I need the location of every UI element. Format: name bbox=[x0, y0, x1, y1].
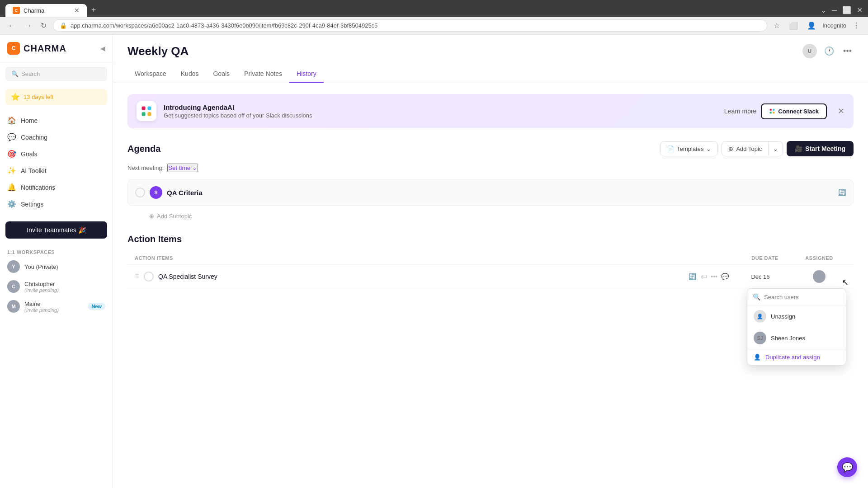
sidebar-item-ai-toolkit[interactable]: ✨ AI Toolkit bbox=[0, 162, 113, 179]
svg-rect-6 bbox=[770, 112, 772, 113]
sidebar-item-label: Settings bbox=[21, 201, 44, 208]
tab-close-button[interactable]: ✕ bbox=[74, 7, 80, 14]
tab-goals[interactable]: Goals bbox=[206, 66, 237, 83]
user-assignment-dropdown: 🔍 👤 Unassign SJ Sheen Jones bbox=[747, 288, 846, 366]
page-title: Weekly QA bbox=[127, 44, 189, 58]
address-bar[interactable]: 🔒 app.charma.com/workspaces/a6e00ac2-1ac… bbox=[53, 19, 767, 32]
sidebar-item-notifications[interactable]: 🔔 Notifications bbox=[0, 179, 113, 196]
add-topic-dropdown-button[interactable]: ⌄ bbox=[769, 141, 783, 156]
comment-icon[interactable]: 💬 bbox=[721, 273, 729, 280]
add-topic-button[interactable]: ⊕ Add Topic bbox=[722, 141, 769, 156]
extensions-icon[interactable]: ⬜ bbox=[786, 19, 801, 32]
window-close-button[interactable]: ✕ bbox=[857, 6, 863, 14]
col-header-due: DUE DATE bbox=[738, 255, 792, 261]
bookmark-star-icon[interactable]: ☆ bbox=[771, 19, 783, 32]
search-input[interactable]: 🔍 Search bbox=[5, 67, 107, 81]
minimize-button[interactable]: ─ bbox=[832, 6, 837, 14]
workspace-christopher[interactable]: C Christopher (Invite pending) bbox=[0, 277, 113, 296]
logo-text: CHARMA bbox=[24, 43, 66, 54]
learn-more-button[interactable]: Learn more bbox=[724, 108, 757, 115]
agenda-section-actions: 📄 Templates ⌄ ⊕ Add Topic ⌄ � bbox=[660, 141, 854, 156]
maximize-button[interactable]: ⬜ bbox=[842, 6, 851, 14]
connect-slack-label: Connect Slack bbox=[778, 108, 819, 115]
connect-slack-button[interactable]: Connect Slack bbox=[761, 103, 827, 119]
drag-handle-icon[interactable]: ⠿ bbox=[135, 273, 139, 280]
history-icon[interactable]: 🕐 bbox=[822, 44, 836, 58]
banner-description: Get suggested topics based off of your S… bbox=[164, 112, 717, 119]
col-header-action: ACTION ITEMS bbox=[135, 255, 738, 261]
forward-button[interactable]: → bbox=[22, 20, 34, 32]
duplicate-icon: 👤 bbox=[754, 354, 761, 361]
page-header-actions: U 🕐 ••• bbox=[802, 44, 854, 58]
dropdown-search-container: 🔍 bbox=[747, 289, 846, 305]
add-subtopic-button[interactable]: ⊕ Add Subtopic bbox=[127, 209, 854, 221]
sidebar-collapse-button[interactable]: ◀ bbox=[100, 45, 105, 52]
goals-icon: 🎯 bbox=[7, 150, 16, 158]
sheen-jones-label: Sheen Jones bbox=[771, 335, 805, 342]
templates-button[interactable]: 📄 Templates ⌄ bbox=[660, 141, 718, 156]
more-icon[interactable]: ••• bbox=[711, 273, 717, 280]
search-users-input[interactable] bbox=[764, 294, 840, 300]
coaching-icon: 💬 bbox=[7, 133, 16, 141]
invite-teammates-button[interactable]: Invite Teammates 🎉 bbox=[5, 221, 107, 239]
action-sync-icon[interactable]: 🔄 bbox=[689, 273, 696, 280]
flag-icon[interactable]: 🏷 bbox=[701, 273, 707, 280]
active-tab[interactable]: C Charma ✕ bbox=[5, 4, 87, 17]
banner-close-button[interactable]: ✕ bbox=[838, 106, 844, 116]
new-badge: New bbox=[88, 303, 105, 310]
connect-slack-icon bbox=[769, 108, 775, 114]
set-time-chevron-icon: ⌄ bbox=[192, 164, 197, 171]
mouse-cursor: ↖ bbox=[842, 277, 849, 287]
toolbar-icons: ☆ ⬜ 👤 Incognito ⋮ bbox=[771, 19, 863, 32]
chat-widget-button[interactable]: 💬 bbox=[837, 457, 857, 477]
dropdown-sheen-jones-option[interactable]: SJ Sheen Jones bbox=[747, 327, 846, 349]
action-items-title: Action Items bbox=[127, 234, 854, 244]
more-options-icon[interactable]: ••• bbox=[841, 45, 854, 58]
tab-workspace[interactable]: Workspace bbox=[127, 66, 174, 83]
menu-icon[interactable]: ⋮ bbox=[850, 19, 863, 32]
action-items-section: Action Items ACTION ITEMS DUE DATE ASSIG… bbox=[127, 234, 854, 289]
new-tab-button[interactable]: + bbox=[87, 4, 101, 17]
user-avatar-header: U bbox=[802, 44, 817, 58]
dropdown-unassign-option[interactable]: 👤 Unassign bbox=[747, 305, 846, 327]
trial-badge: ⭐ 13 days left bbox=[5, 89, 107, 105]
profile-icon[interactable]: 👤 bbox=[804, 19, 819, 32]
workspace-info-christopher: Christopher (Invite pending) bbox=[24, 281, 105, 293]
action-item-icons: 🏷 ••• 💬 bbox=[701, 273, 729, 280]
sidebar-item-settings[interactable]: ⚙️ Settings bbox=[0, 196, 113, 212]
add-subtopic-icon: ⊕ bbox=[149, 213, 154, 220]
tab-private-notes[interactable]: Private Notes bbox=[237, 66, 289, 83]
add-topic-label: Add Topic bbox=[736, 145, 762, 152]
tab-kudos[interactable]: Kudos bbox=[174, 66, 206, 83]
workspace-private[interactable]: Y You (Private) bbox=[0, 257, 113, 277]
back-button[interactable]: ← bbox=[5, 20, 18, 32]
notifications-icon: 🔔 bbox=[7, 183, 16, 192]
page-title-row: Weekly QA U 🕐 ••• bbox=[127, 44, 854, 58]
content-area: Introducing AgendaAI Get suggested topic… bbox=[113, 83, 868, 488]
assigned-user-avatar[interactable] bbox=[813, 270, 826, 283]
svg-rect-1 bbox=[147, 107, 151, 110]
set-time-button[interactable]: Set time ⌄ bbox=[167, 164, 198, 172]
sidebar-item-coaching[interactable]: 💬 Coaching bbox=[0, 129, 113, 145]
action-item-check[interactable] bbox=[144, 272, 154, 282]
banner-text: Introducing AgendaAI Get suggested topic… bbox=[164, 103, 717, 119]
workspace-maine[interactable]: M Maine (Invite pending) New bbox=[0, 296, 113, 316]
sync-icon[interactable]: 🔄 bbox=[838, 189, 846, 196]
action-item-title: QA Specialist Survey bbox=[158, 273, 684, 280]
tab-list-icon[interactable]: ⌄ bbox=[821, 6, 826, 14]
sidebar-item-goals[interactable]: 🎯 Goals bbox=[0, 145, 113, 162]
tab-history[interactable]: History bbox=[289, 66, 324, 83]
page-header: Weekly QA U 🕐 ••• Workspace Kudos Goals … bbox=[113, 35, 868, 83]
svg-rect-7 bbox=[773, 112, 775, 113]
dropdown-duplicate-assign-option[interactable]: 👤 Duplicate and assign bbox=[747, 349, 846, 365]
agenda-item-check[interactable]: ○ bbox=[135, 188, 145, 197]
start-meeting-button[interactable]: 🎥 Start Meeting bbox=[787, 141, 854, 156]
banner-title: Introducing AgendaAI bbox=[164, 103, 717, 111]
reload-button[interactable]: ↻ bbox=[38, 19, 49, 32]
dropdown-search-icon: 🔍 bbox=[753, 293, 760, 300]
trial-icon: ⭐ bbox=[11, 93, 20, 101]
url-text: app.charma.com/workspaces/a6e00ac2-1ac0-… bbox=[71, 22, 377, 29]
trial-label: 13 days left bbox=[24, 94, 54, 100]
svg-rect-4 bbox=[770, 109, 772, 111]
sidebar-item-home[interactable]: 🏠 Home bbox=[0, 112, 113, 129]
